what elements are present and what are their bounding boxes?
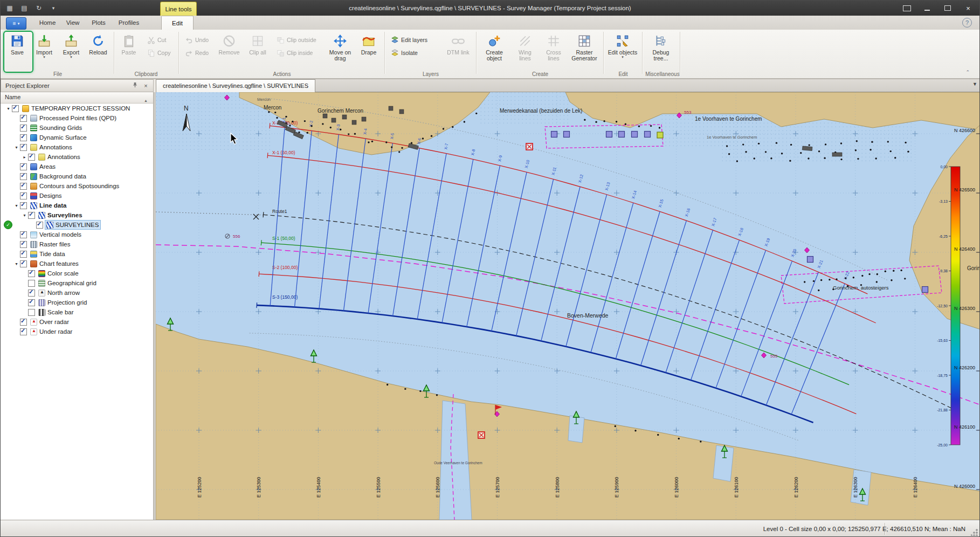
tree-item[interactable]: SURVEYLINES — [1, 220, 153, 230]
tab-list-dropdown-icon[interactable]: ▼ — [972, 81, 977, 87]
tab-profiles[interactable]: Profiles — [113, 16, 145, 30]
cross-lines-button[interactable]: Cross lines — [541, 31, 567, 69]
clip-outside-button[interactable]: Clip outside — [273, 34, 324, 46]
tree-item[interactable]: Processed Point files (QPD) — [1, 113, 153, 123]
visibility-checkbox[interactable] — [20, 173, 27, 180]
tree-item[interactable]: Designs — [1, 191, 153, 201]
raster-generator-button[interactable]: Raster Generator — [569, 31, 600, 69]
expander-icon[interactable]: ▸ — [21, 155, 28, 160]
expander-icon[interactable]: ▾ — [5, 106, 12, 111]
clip-all-button[interactable]: Clip all — [244, 31, 271, 69]
visibility-checkbox[interactable] — [28, 299, 35, 306]
pin-icon[interactable] — [131, 82, 139, 90]
tree-item[interactable]: ▾TEMPORARY PROJECT SESSION — [1, 104, 153, 113]
visibility-checkbox[interactable] — [20, 183, 27, 190]
tree-column-header[interactable]: Name ▲ — [1, 92, 153, 104]
visibility-checkbox[interactable] — [28, 290, 35, 297]
wing-lines-button[interactable]: Wing lines — [512, 31, 539, 69]
tree-item[interactable]: Scale bar — [1, 307, 153, 317]
visibility-checkbox[interactable] — [12, 105, 19, 112]
visibility-checkbox[interactable] — [28, 154, 35, 161]
export-button[interactable]: Export▾ — [59, 31, 84, 69]
visibility-checkbox[interactable] — [20, 319, 27, 326]
tree-item[interactable]: Color scale — [1, 268, 153, 278]
maximize-button[interactable] — [940, 3, 956, 13]
visibility-checkbox[interactable] — [20, 328, 27, 335]
tab-plots[interactable]: Plots — [86, 16, 112, 30]
paste-button[interactable]: Paste — [117, 31, 141, 69]
tree-item[interactable]: Dynamic Surface — [1, 133, 153, 142]
qat-dropdown-icon[interactable]: ▾ — [49, 3, 58, 13]
close-button[interactable]: × — [960, 3, 976, 13]
create-object-button[interactable]: Create object — [479, 31, 509, 69]
document-tab[interactable]: createlinesonline \ Surveylines.qgfline … — [156, 79, 315, 93]
contextual-tab-line-tools[interactable]: Line tools — [160, 2, 197, 16]
tree-item[interactable]: Geographical grid — [1, 278, 153, 288]
visibility-checkbox[interactable] — [20, 163, 27, 170]
visibility-checkbox[interactable] — [20, 260, 27, 267]
customize-icon[interactable]: ▤ — [19, 3, 29, 13]
save-button[interactable]: Save — [5, 31, 30, 69]
help-icon[interactable]: ? — [962, 18, 972, 27]
cut-button[interactable]: Cut — [144, 34, 174, 46]
tree-item[interactable]: Projection grid — [1, 298, 153, 307]
resize-grip[interactable] — [971, 529, 978, 536]
visibility-checkbox[interactable] — [28, 212, 35, 219]
tree-item[interactable]: ▾Surveylines — [1, 210, 153, 220]
tree-item[interactable]: Background data — [1, 171, 153, 181]
visibility-checkbox[interactable] — [20, 115, 27, 122]
tree-item[interactable]: Under radar — [1, 327, 153, 336]
visibility-checkbox[interactable] — [20, 241, 27, 248]
reload-button[interactable]: Reload — [86, 31, 111, 69]
tree-item[interactable]: Over radar — [1, 317, 153, 327]
application-button[interactable]: ≡▾ — [6, 17, 26, 30]
redo-button[interactable]: Redo — [182, 47, 213, 59]
clip-inside-button[interactable]: Clip inside — [273, 47, 322, 59]
panel-close-icon[interactable]: × — [142, 82, 150, 90]
tree-item[interactable]: ▾Line data — [1, 201, 153, 210]
ribbon-collapse-icon[interactable]: ⌃ — [965, 70, 970, 75]
tree-item[interactable]: North arrow — [1, 288, 153, 298]
fullscreen-button[interactable] — [899, 3, 915, 13]
visibility-checkbox[interactable] — [20, 192, 27, 199]
map-canvas[interactable]: X-2 (100,00)X-1 (50,00)Route1S-1 (50,00)… — [156, 92, 980, 520]
debug-tree-button[interactable]: Debug tree... — [645, 31, 677, 69]
tab-home[interactable]: Home — [35, 16, 60, 30]
visibility-checkbox[interactable] — [20, 251, 27, 258]
visibility-checkbox[interactable] — [28, 309, 35, 316]
tab-view[interactable]: View — [61, 16, 85, 30]
tree-item[interactable]: Raster files — [1, 239, 153, 249]
visibility-checkbox[interactable] — [36, 222, 43, 229]
tree-item[interactable]: Vertical models — [1, 230, 153, 239]
expander-icon[interactable]: ▾ — [13, 203, 20, 208]
visibility-checkbox[interactable] — [20, 134, 27, 141]
visibility-checkbox[interactable] — [20, 231, 27, 238]
tree-item[interactable]: ▾Annotations — [1, 142, 153, 152]
dtm-link-button[interactable]: DTM link — [445, 31, 472, 69]
tree-item[interactable]: Sounding Grids — [1, 123, 153, 133]
expander-icon[interactable]: ▾ — [13, 145, 20, 150]
expander-icon[interactable]: ▾ — [21, 213, 28, 218]
import-button[interactable]: Import▾ — [32, 31, 57, 69]
minimize-button[interactable] — [919, 3, 935, 13]
edit-objects-button[interactable]: Edit objects▾ — [606, 31, 639, 69]
undo-button[interactable]: Undo — [182, 34, 213, 46]
tab-edit[interactable]: Edit — [161, 16, 194, 30]
expander-icon[interactable]: ▾ — [13, 261, 20, 266]
tree-item[interactable]: ▸Annotations — [1, 152, 153, 162]
copy-button[interactable]: Copy — [144, 47, 174, 59]
visibility-checkbox[interactable] — [28, 270, 35, 277]
visibility-checkbox[interactable] — [20, 202, 27, 209]
app-menu-icon[interactable]: ▦ — [5, 3, 15, 13]
tree-item[interactable]: Contours and Spotsoundings — [1, 181, 153, 191]
visibility-checkbox[interactable] — [20, 144, 27, 151]
visibility-checkbox[interactable] — [20, 125, 27, 132]
refresh-icon[interactable]: ↻ — [34, 3, 44, 13]
isolate-button[interactable]: Isolate — [388, 47, 431, 59]
edit-layers-button[interactable]: Edit layers — [388, 34, 441, 46]
move-on-drag-button[interactable]: Move on drag — [326, 31, 354, 69]
tree-item[interactable]: Areas — [1, 162, 153, 171]
drape-button[interactable]: Drape — [356, 31, 381, 69]
remove-button[interactable]: Remove — [216, 31, 242, 69]
tree-item[interactable]: Tide data — [1, 249, 153, 259]
